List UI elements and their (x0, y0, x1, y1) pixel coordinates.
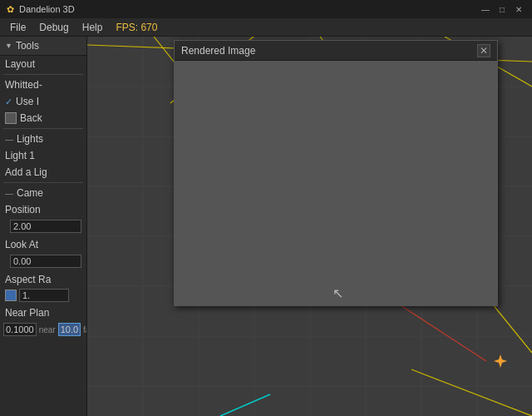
near-far-row: 0.1000 near 10.0 far (0, 321, 86, 338)
divider-2 (3, 128, 83, 129)
main-area: ▼ Tools Layout Whitted- ✓ Use I Back — L… (0, 37, 532, 416)
sidebar-item-lights: — Lights (0, 131, 86, 147)
dialog-titlebar: Rendered Image ✕ (175, 41, 497, 61)
aspect-color-box[interactable] (5, 290, 17, 301)
use-label: Use I (16, 96, 39, 107)
back-label: Back (20, 112, 42, 124)
near-value[interactable]: 0.1000 (3, 323, 37, 336)
sidebar-item-whitted[interactable]: Whitted- (0, 77, 86, 93)
fps-display: FPS: 670 (116, 22, 157, 33)
sidebar-item-light1[interactable]: Light 1 (0, 147, 86, 164)
dialog-close-button[interactable]: ✕ (477, 44, 490, 57)
aspect-value-row (0, 288, 86, 305)
whitted-label: Whitted- (5, 79, 42, 91)
sidebar-item-lookat: Look At (0, 236, 86, 253)
back-color-box[interactable] (5, 112, 17, 124)
rendered-image-dialog: Rendered Image ✕ ↖ (174, 40, 498, 306)
app-icon: ✿ (7, 4, 14, 15)
position-value-row (0, 218, 86, 236)
divider-3 (3, 182, 83, 183)
close-button[interactable]: ✕ (512, 2, 525, 16)
layout-label: Layout (5, 58, 35, 70)
sidebar-item-use[interactable]: ✓ Use I (0, 93, 86, 110)
aspect-input[interactable] (19, 289, 69, 302)
sidebar-title: Tools (16, 40, 39, 52)
check-icon: ✓ (5, 97, 12, 107)
sidebar-item-position: Position (0, 201, 86, 218)
window-controls: — □ ✕ (479, 2, 525, 16)
aspect-label: Aspect Ra (5, 274, 51, 285)
lookat-input[interactable] (10, 255, 81, 268)
dialog-content: ↖ (175, 61, 497, 305)
divider-1 (3, 74, 83, 75)
sidebar-item-aspect: Aspect Ra (0, 271, 86, 288)
sidebar-item-add-light[interactable]: Add a Lig (0, 164, 86, 181)
fps-label: FPS: (116, 22, 138, 33)
sidebar: ▼ Tools Layout Whitted- ✓ Use I Back — L… (0, 37, 87, 416)
near-label: near (39, 325, 56, 334)
viewport[interactable]: Rendered Image ✕ ↖ (87, 37, 532, 416)
sidebar-item-back[interactable]: Back (0, 110, 86, 126)
sidebar-collapse-icon[interactable]: ▼ (5, 42, 12, 50)
title-bar: ✿ Dandelion 3D — □ ✕ (0, 0, 532, 18)
sidebar-item-nearplane: Near Plan (0, 305, 86, 321)
light1-label: Light 1 (5, 150, 35, 161)
menu-file[interactable]: File (3, 20, 32, 35)
cursor-indicator: ↖ (332, 285, 339, 292)
maximize-button[interactable]: □ (495, 2, 509, 16)
lights-dash: — (5, 135, 13, 144)
app-title: Dandelion 3D (19, 4, 75, 14)
sidebar-item-layout[interactable]: Layout (0, 56, 86, 72)
menu-bar: File Debug Help FPS: 670 (0, 18, 532, 37)
fps-value: 670 (140, 22, 157, 33)
dialog-title: Rendered Image (181, 45, 477, 57)
camera-label: Came (17, 187, 43, 199)
sidebar-item-camera: — Came (0, 185, 86, 201)
far-value[interactable]: 10.0 (58, 323, 81, 336)
camera-dash: — (5, 189, 13, 198)
lookat-label: Look At (5, 239, 38, 250)
position-input[interactable] (10, 220, 81, 233)
menu-debug[interactable]: Debug (32, 20, 75, 35)
minimize-button[interactable]: — (479, 2, 492, 16)
add-light-label: Add a Lig (5, 166, 47, 178)
lights-label: Lights (17, 133, 43, 145)
position-label: Position (5, 204, 41, 215)
lookat-value-row (0, 253, 86, 271)
menu-help[interactable]: Help (76, 20, 110, 35)
nearplane-label: Near Plan (5, 307, 49, 319)
sidebar-header: ▼ Tools (0, 37, 86, 56)
